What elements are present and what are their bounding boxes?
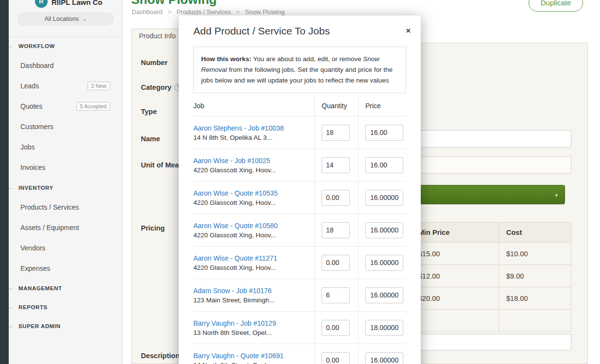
quantity-input[interactable]: [322, 255, 350, 271]
duplicate-button[interactable]: Duplicate: [529, 0, 583, 12]
job-row: Aaron Wise - Quote #11271 4220 Glasscott…: [193, 247, 406, 279]
sidebar-item-jobs[interactable]: Jobs: [9, 137, 123, 157]
add-product-service-to-jobs-modal: Add Product / Service To Jobs ✕ How this…: [179, 16, 421, 364]
job-address: 4220 Glasscott Xing, Hoov...: [193, 166, 309, 174]
price-input[interactable]: [365, 352, 403, 364]
page-title: Snow Plowing: [131, 0, 217, 7]
quantity-input[interactable]: [322, 190, 350, 206]
breadcrumb-separator: >: [236, 8, 240, 16]
price-input[interactable]: [365, 157, 403, 173]
job-row: Aaron Wise - Quote #10535 4220 Glasscott…: [193, 182, 406, 214]
chevron-down-icon: ▾: [555, 192, 558, 199]
type-label: Type: [141, 108, 157, 116]
price-input[interactable]: [365, 125, 403, 141]
job-link[interactable]: Aaron Wise - Quote #10535: [193, 189, 309, 197]
close-icon[interactable]: ✕: [406, 27, 411, 34]
quantity-input[interactable]: [322, 287, 350, 303]
quotes-badge: 5 Accepted: [76, 102, 110, 111]
sidebar-item-dashboard[interactable]: Dashboard: [9, 55, 123, 76]
company-name: RIIPL Lawn Co: [51, 0, 103, 6]
job-address: 14 N 8th St, Opelika AL 3...: [193, 134, 309, 141]
cost-value: $18.00: [499, 287, 571, 309]
category-label: Category?: [141, 83, 182, 91]
job-link[interactable]: Adam Snow - Job #10176: [193, 287, 309, 295]
sidebar-header: R RIIPL Lawn Co All Locations⌄: [9, 0, 122, 37]
min-price-header: Min Price: [411, 223, 499, 242]
location-selector[interactable]: All Locations⌄: [17, 13, 114, 25]
price-input[interactable]: [365, 320, 403, 336]
sidebar-item-invoices[interactable]: Invoices: [9, 157, 123, 178]
sidebar-item-vendors[interactable]: Vendors: [9, 238, 123, 258]
quantity-input[interactable]: [322, 157, 350, 173]
cost-header: Cost: [499, 223, 571, 242]
cost-value: $9.00: [499, 265, 571, 287]
modal-title: Add Product / Service To Jobs: [179, 16, 421, 37]
name-label: Name: [141, 135, 160, 143]
sidebar-item-customers[interactable]: Customers: [9, 116, 123, 137]
quantity-input[interactable]: [322, 352, 350, 364]
section-workflow[interactable]: -- WORKFLOW: [9, 41, 123, 51]
job-address: 4220 Glasscott Xing, Hoov...: [193, 199, 309, 206]
description-label: Description: [141, 352, 180, 360]
sidebar: R RIIPL Lawn Co All Locations⌄ -- WORKFL…: [9, 0, 123, 364]
tab-product-info[interactable]: Product Info: [131, 29, 184, 43]
job-link[interactable]: Barry Vaughn - Quote #10691: [193, 352, 309, 360]
section-management[interactable]: -- MANAGEMENT: [9, 283, 123, 293]
quantity-input[interactable]: [322, 222, 350, 238]
job-link[interactable]: Aaron Wise - Job #10025: [193, 157, 309, 165]
sidebar-menu: -- WORKFLOW Dashboard Leads2 New Quotes5…: [9, 37, 123, 335]
tree-dash-icon: --: [9, 283, 13, 293]
job-row: Barry Vaughn - Job #10129 13 North 8th S…: [193, 312, 406, 344]
breadcrumb-current: Snow Plowing: [245, 8, 285, 16]
sidebar-item-quotes[interactable]: Quotes5 Accepted: [9, 96, 123, 116]
sidebar-item-leads[interactable]: Leads2 New: [9, 76, 123, 96]
job-row: Aaron Wise - Job #10025 4220 Glasscott X…: [193, 149, 406, 182]
breadcrumb-separator: >: [168, 8, 171, 16]
job-row: Barry Vaughn - Quote #10691 14 North 8th…: [193, 344, 406, 364]
leads-badge: 2 New: [87, 82, 110, 90]
price-input[interactable]: [365, 287, 403, 303]
sidebar-item-assets-equipment[interactable]: Assets / Equipment: [9, 217, 123, 238]
job-link[interactable]: Barry Vaughn - Job #10129: [193, 319, 309, 327]
min-price-value: $15.00: [411, 243, 499, 265]
job-link[interactable]: Aaron Stephens - Job #10038: [193, 124, 309, 132]
job-column-header: Job: [193, 95, 315, 116]
price-input[interactable]: [365, 190, 403, 206]
tree-dash-icon: --: [9, 41, 13, 51]
section-reports[interactable]: -- REPORTS: [9, 302, 123, 312]
breadcrumb: Dashboard > Products / Services > Snow P…: [132, 8, 285, 16]
price-input[interactable]: [365, 222, 403, 238]
breadcrumb-products-services[interactable]: Products / Services: [176, 8, 231, 16]
location-label: All Locations: [44, 16, 79, 22]
job-row: Aaron Stephens - Job #10038 14 N 8th St,…: [193, 116, 406, 149]
breadcrumb-dashboard[interactable]: Dashboard: [132, 8, 163, 16]
chevron-down-icon: ⌄: [82, 16, 86, 22]
price-column-header: Price: [359, 95, 406, 116]
quantity-input[interactable]: [322, 125, 350, 141]
job-link[interactable]: Aaron Wise - Quote #10580: [193, 222, 309, 230]
cost-value: $10.00: [499, 243, 571, 265]
section-super-admin[interactable]: -- SUPER ADMIN: [9, 321, 123, 331]
job-address: 4220 Glasscott Xing, Hoov...: [193, 232, 309, 239]
section-inventory[interactable]: -- INVENTORY: [9, 183, 123, 193]
job-row: Aaron Wise - Quote #10580 4220 Glasscott…: [193, 214, 406, 247]
min-price-value: $20.00: [411, 287, 499, 309]
min-price-value: $12.00: [411, 265, 499, 287]
job-address: 14 North 8th Street, Opel...: [193, 362, 309, 364]
quantity-column-header: Quantity: [315, 95, 359, 116]
job-address: 13 North 8th Street, Opel...: [193, 329, 309, 336]
number-label: Number: [141, 59, 168, 66]
tree-dash-icon: --: [9, 183, 13, 193]
sidebar-rail: [0, 0, 9, 364]
tree-dash-icon: --: [9, 302, 13, 312]
job-address: 4220 Glasscott Xing, Hoov...: [193, 264, 309, 271]
sidebar-item-expenses[interactable]: Expenses: [9, 258, 123, 279]
company-logo: R: [35, 0, 48, 8]
job-link[interactable]: Aaron Wise - Quote #11271: [193, 254, 309, 262]
how-this-works-note: How this works: You are about to add, ed…: [193, 47, 406, 93]
pricing-label: Pricing: [141, 224, 165, 232]
sidebar-item-products-services[interactable]: Products / Services: [9, 197, 123, 217]
job-address: 123 Main Street, Birmingh...: [193, 297, 309, 304]
price-input[interactable]: [365, 255, 403, 271]
quantity-input[interactable]: [322, 320, 350, 336]
